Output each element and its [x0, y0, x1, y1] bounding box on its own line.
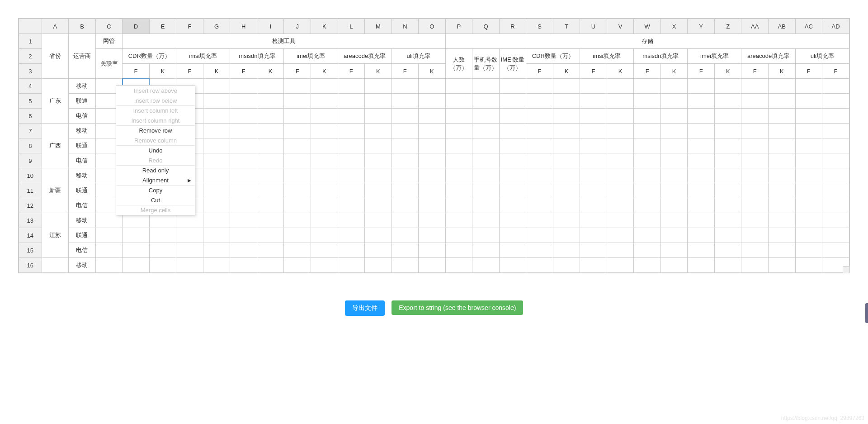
cell[interactable]: [445, 243, 472, 258]
cell[interactable]: [365, 228, 392, 243]
cell[interactable]: [526, 94, 553, 109]
cell[interactable]: [795, 198, 822, 213]
cell[interactable]: [688, 198, 715, 213]
cell[interactable]: [176, 228, 203, 243]
cell[interactable]: F: [338, 64, 365, 79]
cell[interactable]: [688, 79, 715, 94]
cell[interactable]: [311, 243, 338, 258]
cell[interactable]: [660, 213, 688, 228]
cell[interactable]: [607, 243, 634, 258]
cell[interactable]: [42, 258, 69, 273]
cell[interactable]: IMEI数量（万）: [499, 49, 526, 79]
cell[interactable]: [769, 94, 796, 109]
col-header-T[interactable]: T: [553, 19, 580, 34]
cell[interactable]: [714, 109, 741, 124]
cell[interactable]: [472, 168, 500, 183]
cell[interactable]: [526, 138, 553, 153]
row-header-15[interactable]: 15: [19, 243, 42, 258]
cell[interactable]: [419, 198, 446, 213]
col-header-C[interactable]: C: [95, 19, 123, 34]
cell[interactable]: [203, 94, 230, 109]
cell[interactable]: [526, 258, 553, 273]
cell[interactable]: [580, 213, 607, 228]
row-header-7[interactable]: 7: [19, 124, 42, 138]
cell[interactable]: [392, 153, 419, 168]
cell[interactable]: [553, 168, 580, 183]
cell[interactable]: [230, 109, 257, 124]
cell[interactable]: [95, 228, 123, 243]
cell[interactable]: [392, 109, 419, 124]
cell[interactable]: [472, 79, 500, 94]
cell[interactable]: [472, 258, 500, 273]
cell[interactable]: K: [257, 64, 284, 79]
row-header-6[interactable]: 6: [19, 109, 42, 124]
cell[interactable]: [580, 198, 607, 213]
cell[interactable]: [795, 213, 822, 228]
cell[interactable]: [445, 258, 472, 273]
cell[interactable]: [822, 213, 849, 228]
cell[interactable]: [714, 198, 741, 213]
cell[interactable]: [365, 243, 392, 258]
cell[interactable]: [526, 183, 553, 198]
cell[interactable]: [445, 94, 472, 109]
cell[interactable]: [230, 183, 257, 198]
cell[interactable]: [284, 109, 311, 124]
cell[interactable]: [769, 109, 796, 124]
cell[interactable]: [499, 124, 526, 138]
cell[interactable]: [392, 138, 419, 153]
corner-cell[interactable]: [19, 19, 42, 34]
cell[interactable]: [365, 168, 392, 183]
cell[interactable]: [634, 153, 661, 168]
cell[interactable]: 广西: [42, 124, 69, 168]
cell[interactable]: [284, 138, 311, 153]
cell[interactable]: K: [607, 64, 634, 79]
cell[interactable]: [257, 258, 284, 273]
col-header-I[interactable]: I: [257, 19, 284, 34]
cell[interactable]: 运营商: [69, 34, 96, 79]
row-header-4[interactable]: 4: [19, 79, 42, 94]
col-header-G[interactable]: G: [203, 19, 230, 34]
cell[interactable]: [526, 109, 553, 124]
cell[interactable]: [445, 153, 472, 168]
cell[interactable]: [311, 153, 338, 168]
cell[interactable]: [311, 183, 338, 198]
cell[interactable]: [795, 94, 822, 109]
cell[interactable]: [338, 213, 365, 228]
cell[interactable]: [472, 109, 500, 124]
cell[interactable]: imei填充率: [688, 49, 741, 64]
cell[interactable]: [311, 109, 338, 124]
cell[interactable]: imsi填充率: [580, 49, 634, 64]
cell[interactable]: [714, 183, 741, 198]
cell[interactable]: [580, 109, 607, 124]
cell[interactable]: [445, 79, 472, 94]
cell[interactable]: [365, 79, 392, 94]
col-header-F[interactable]: F: [176, 19, 203, 34]
cell[interactable]: [392, 258, 419, 273]
cell[interactable]: 检测工具: [123, 34, 445, 49]
cell[interactable]: [688, 168, 715, 183]
cell[interactable]: [257, 109, 284, 124]
row-header-14[interactable]: 14: [19, 228, 42, 243]
cell[interactable]: [714, 79, 741, 94]
cell[interactable]: [445, 138, 472, 153]
cell[interactable]: [634, 94, 661, 109]
cell[interactable]: [338, 94, 365, 109]
row-header-2[interactable]: 2: [19, 49, 42, 64]
cell[interactable]: [123, 228, 150, 243]
cell[interactable]: [769, 213, 796, 228]
cell[interactable]: [419, 109, 446, 124]
col-header-E[interactable]: E: [149, 19, 176, 34]
cell[interactable]: [688, 228, 715, 243]
col-header-P[interactable]: P: [445, 19, 472, 34]
cell[interactable]: uli填充率: [795, 49, 849, 64]
cell[interactable]: [499, 168, 526, 183]
cell[interactable]: [419, 153, 446, 168]
cell[interactable]: [634, 79, 661, 94]
cell[interactable]: [338, 109, 365, 124]
cell[interactable]: [311, 124, 338, 138]
cell[interactable]: [688, 243, 715, 258]
cell[interactable]: [123, 258, 150, 273]
cell[interactable]: [365, 153, 392, 168]
cell[interactable]: [472, 124, 500, 138]
cell[interactable]: F: [176, 64, 203, 79]
